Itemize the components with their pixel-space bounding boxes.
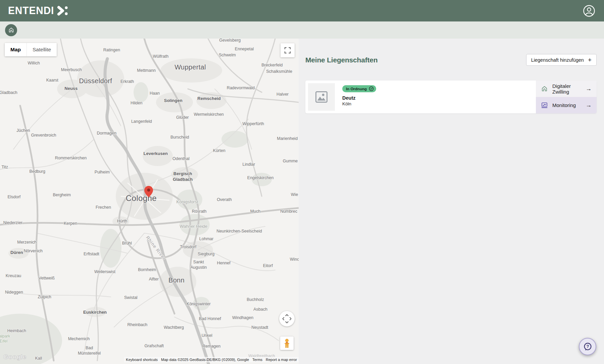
app-header: ENTENDI: [0, 0, 604, 21]
attribution-item[interactable]: Keyboard shortcuts: [124, 357, 159, 362]
pan-arrows-icon: [281, 313, 293, 324]
monitoring-button[interactable]: Monitoring →: [536, 97, 597, 113]
digital-twin-button[interactable]: Digitaler Zwilling →: [536, 81, 597, 97]
pegman-icon: [284, 339, 290, 348]
add-property-button[interactable]: Liegenschaft hinzufügen +: [526, 54, 597, 66]
pan-control-button[interactable]: [279, 311, 295, 326]
home-icon: [8, 27, 14, 33]
account-icon: [583, 5, 595, 17]
fullscreen-icon: [284, 47, 291, 54]
logo-text: ENTENDI: [8, 5, 54, 17]
entendix-logo: ENTENDI: [8, 5, 68, 17]
monitoring-icon: [541, 102, 548, 109]
svg-text:?: ?: [586, 344, 589, 349]
attribution-item[interactable]: Report a map error: [264, 357, 299, 362]
status-badge: In Ordnung: [342, 85, 376, 92]
property-actions: Digitaler Zwilling → Monitoring →: [536, 81, 597, 113]
property-thumbnail: [308, 83, 335, 111]
map-type-map-button[interactable]: Map: [5, 43, 27, 56]
pegman-button[interactable]: [280, 336, 294, 350]
add-property-label: Liegenschaft hinzufügen: [531, 57, 584, 63]
attribution-item: Map data ©2025 GeoBasis-DE/BKG (©2009), …: [159, 357, 251, 362]
home-button[interactable]: [5, 24, 17, 36]
help-button[interactable]: ?: [579, 338, 596, 355]
monitoring-label: Monitoring: [552, 102, 581, 108]
account-button[interactable]: [583, 5, 595, 17]
arrow-right-icon: →: [586, 102, 592, 109]
status-badge-label: In Ordnung: [346, 87, 367, 91]
property-card: In Ordnung Deutz Köln: [305, 81, 597, 113]
page-title: Meine Liegenschaften: [305, 56, 378, 64]
map[interactable]: GevelsbergEnnepetalSchwelmRatingenWülfra…: [0, 39, 299, 364]
sub-toolbar: [0, 21, 604, 39]
property-name: Deutz: [342, 95, 376, 101]
logo-x-icon: [57, 5, 68, 16]
map-type-satellite-button[interactable]: Satellite: [27, 43, 57, 56]
property-city: Köln: [342, 101, 376, 106]
arrow-right-icon: →: [586, 85, 592, 92]
digital-twin-label: Digitaler Zwilling: [552, 83, 581, 95]
help-icon: ?: [583, 342, 592, 351]
map-pin-cologne[interactable]: [144, 186, 153, 197]
fullscreen-button[interactable]: [281, 43, 295, 57]
home-outline-icon: [541, 85, 548, 92]
image-placeholder-icon: [314, 90, 329, 104]
map-canvas: [0, 39, 299, 364]
map-attribution: Keyboard shortcutsMap data ©2025 GeoBasi…: [124, 357, 299, 362]
check-circle-icon: [369, 86, 374, 91]
plus-icon: +: [588, 57, 592, 63]
attribution-item[interactable]: Terms: [251, 357, 264, 362]
map-type-control: Map Satellite: [5, 43, 57, 56]
properties-panel: Meine Liegenschaften Liegenschaft hinzuf…: [299, 39, 604, 364]
google-logo[interactable]: Google: [3, 353, 26, 361]
